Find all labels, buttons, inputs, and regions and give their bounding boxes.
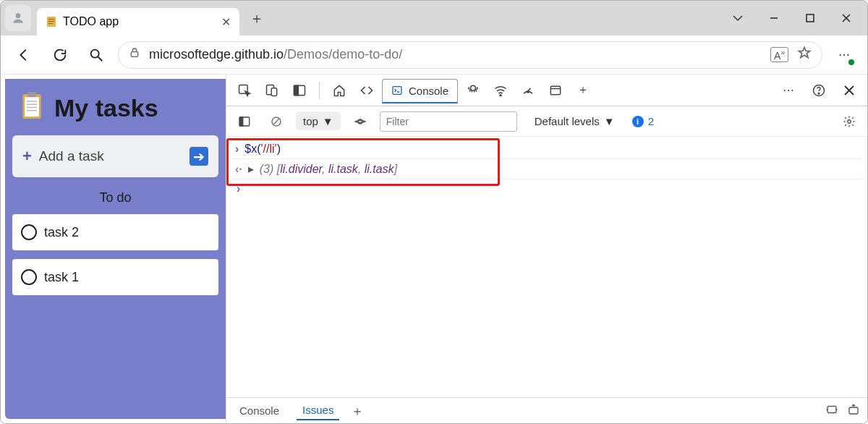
live-expression-icon[interactable]	[348, 109, 373, 134]
back-button[interactable]	[9, 41, 38, 69]
favorite-button[interactable]	[797, 46, 812, 64]
drawer-expand-icon[interactable]	[825, 403, 838, 418]
tab-title: TODO app	[63, 15, 119, 28]
log-levels-selector[interactable]: Default levels ▼	[535, 115, 615, 127]
svg-rect-23	[294, 85, 299, 95]
console-settings-icon[interactable]	[837, 109, 861, 134]
task-label: task 1	[44, 270, 79, 285]
svg-rect-11	[131, 52, 137, 57]
task-checkbox-icon[interactable]	[21, 269, 37, 285]
highlight-box	[226, 138, 500, 186]
svg-point-31	[818, 93, 820, 94]
address-bar[interactable]: microsoftedge.github.io/Demos/demo-to-do…	[118, 41, 822, 69]
tab-close-icon[interactable]: ✕	[221, 15, 231, 29]
lock-icon	[129, 47, 140, 62]
devtools-drawer: Console Issues ＋	[226, 397, 867, 423]
issues-indicator[interactable]: i 2	[632, 115, 654, 127]
app-title: My tasks	[54, 94, 158, 122]
close-window-button[interactable]	[830, 5, 863, 31]
svg-rect-4	[48, 23, 53, 24]
svg-point-39	[848, 119, 851, 123]
application-tab-icon[interactable]	[543, 78, 568, 103]
section-label-todo: To do	[12, 186, 218, 205]
task-item[interactable]: task 2	[12, 214, 218, 250]
url-host: microsoftedge.github.io	[149, 47, 284, 62]
submit-task-icon[interactable]: ➔	[190, 147, 208, 166]
svg-point-27	[527, 90, 529, 93]
plus-icon: +	[22, 147, 32, 166]
task-checkbox-icon[interactable]	[21, 224, 37, 240]
close-devtools-icon[interactable]	[837, 78, 861, 103]
drawer-collapse-icon[interactable]	[847, 403, 860, 418]
svg-rect-14	[27, 92, 35, 97]
todo-app: My tasks + Add a task ➔ To do task 2 tas…	[5, 79, 226, 419]
more-button[interactable]: ⋯	[830, 41, 859, 69]
console-body[interactable]: › $x('//li') ‹· ▸ (3) [li.divider, li.ta…	[226, 137, 867, 397]
svg-rect-3	[48, 21, 54, 22]
devtools-panel: Console ＋ ⋯ top ▼ Default levels	[226, 75, 867, 423]
issue-dot-icon: i	[632, 116, 644, 127]
svg-rect-2	[48, 19, 54, 20]
svg-point-0	[16, 13, 21, 18]
browser-toolbar: microsoftedge.github.io/Demos/demo-to-do…	[1, 35, 867, 75]
svg-rect-35	[239, 117, 243, 126]
issues-count: 2	[648, 115, 654, 127]
search-button[interactable]	[82, 41, 111, 69]
tab-actions-button[interactable]	[721, 5, 754, 31]
devtools-tabbar: Console ＋ ⋯	[226, 75, 867, 106]
svg-rect-40	[827, 407, 836, 413]
sidebar-toggle-icon[interactable]	[232, 109, 257, 134]
elements-tab-icon[interactable]	[354, 78, 379, 103]
devtools-more-icon[interactable]: ⋯	[776, 78, 801, 103]
device-emulation-icon[interactable]	[260, 78, 284, 103]
svg-line-37	[273, 119, 279, 124]
context-label: top	[303, 115, 318, 127]
more-tabs-button[interactable]: ＋	[571, 78, 595, 103]
console-tab[interactable]: Console	[382, 79, 458, 103]
network-tab-icon[interactable]	[488, 78, 513, 103]
add-task-button[interactable]: + Add a task ➔	[12, 135, 218, 177]
console-tab-label: Console	[409, 85, 448, 97]
welcome-tab-icon[interactable]	[327, 78, 352, 103]
svg-line-10	[98, 56, 103, 61]
window-controls	[721, 5, 863, 31]
dropdown-icon: ▼	[604, 115, 615, 127]
new-tab-button[interactable]: ＋	[244, 5, 270, 31]
levels-label: Default levels	[535, 115, 600, 127]
svg-rect-24	[393, 87, 401, 95]
console-filterbar: top ▼ Default levels ▼ i 2	[226, 106, 867, 137]
maximize-button[interactable]	[793, 5, 827, 31]
drawer-add-tab-icon[interactable]: ＋	[351, 402, 364, 420]
context-selector[interactable]: top ▼	[296, 112, 341, 130]
refresh-button[interactable]	[46, 41, 75, 69]
svg-rect-28	[550, 86, 560, 95]
browser-tab[interactable]: TODO app ✕	[37, 8, 239, 35]
svg-rect-21	[271, 88, 277, 96]
filter-input[interactable]	[380, 111, 517, 132]
svg-point-9	[91, 49, 99, 57]
svg-rect-41	[849, 407, 858, 414]
help-icon[interactable]	[807, 78, 831, 103]
drawer-tab-console[interactable]: Console	[234, 402, 285, 420]
add-task-label: Add a task	[39, 148, 104, 164]
svg-point-25	[471, 85, 476, 90]
minimize-button[interactable]	[757, 5, 791, 31]
drawer-tab-issues[interactable]: Issues	[297, 401, 339, 420]
clipboard-icon	[20, 92, 44, 124]
task-item[interactable]: task 1	[12, 259, 218, 295]
favicon-icon	[46, 16, 57, 27]
dropdown-icon: ▼	[323, 115, 333, 127]
performance-tab-icon[interactable]	[516, 78, 540, 103]
read-aloud-button[interactable]: A»	[770, 47, 788, 63]
svg-rect-6	[807, 14, 814, 22]
task-label: task 2	[44, 225, 79, 240]
dock-side-icon[interactable]	[287, 78, 312, 103]
clear-console-icon[interactable]	[264, 109, 289, 134]
sources-tab-icon[interactable]	[461, 78, 485, 103]
inspect-element-icon[interactable]	[232, 78, 257, 103]
url-path: /Demos/demo-to-do/	[284, 47, 402, 62]
svg-point-26	[500, 94, 501, 96]
profile-button[interactable]	[5, 5, 31, 31]
tab-strip: TODO app ✕ ＋	[1, 1, 867, 35]
